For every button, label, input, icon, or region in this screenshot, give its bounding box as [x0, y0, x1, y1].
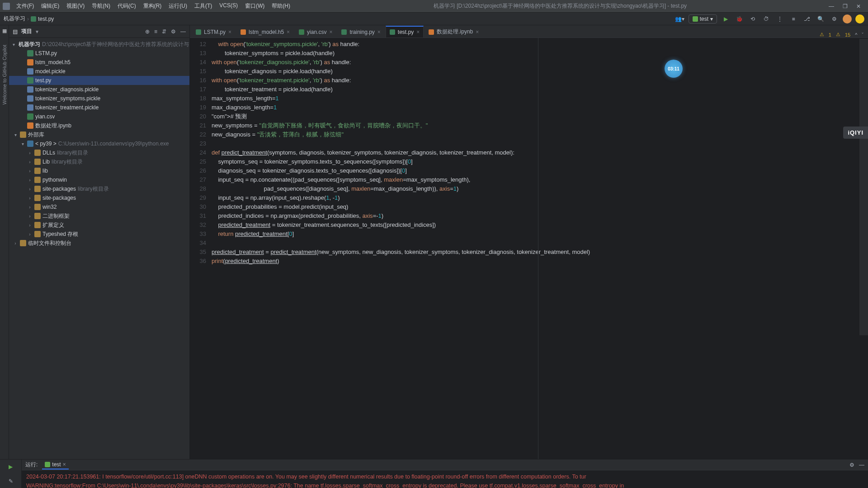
- tree-arrow-icon: ›: [27, 223, 33, 228]
- code-content[interactable]: with open('tokenizer_symptoms.pickle', '…: [210, 38, 868, 459]
- tree-row[interactable]: yian.csv: [9, 112, 189, 121]
- main-menu[interactable]: 文件(F)编辑(E)视图(V)导航(N)代码(C)重构(R)运行(U)工具(T)…: [14, 2, 293, 10]
- run-tool-window: ▶ ✎ ⇩ ⇔ 🖶 🗑 运行: test × ⚙ — 2024-03-07 20…: [0, 459, 868, 488]
- tree-row[interactable]: model.pickle: [9, 67, 189, 76]
- tree-row[interactable]: ▾机器学习 D:\2024hz\project\基于神经网络的中医处方推荐系统的…: [9, 40, 189, 49]
- tree-row[interactable]: tokenizer_symptoms.pickle: [9, 94, 189, 103]
- editor-tab[interactable]: test.py×: [386, 26, 424, 38]
- menu-item[interactable]: 帮助(H): [269, 2, 293, 10]
- tree-row[interactable]: ›二进制框架: [9, 211, 189, 221]
- tree-row[interactable]: tokenizer_treatment.pickle: [9, 103, 189, 112]
- close-tab-icon[interactable]: ×: [228, 29, 231, 35]
- tree-row[interactable]: test.py: [9, 76, 189, 85]
- tree-arrow-icon: ›: [13, 241, 18, 246]
- tree-row[interactable]: LSTM.py: [9, 49, 189, 58]
- tree-row[interactable]: ▾外部库: [9, 130, 189, 139]
- run-configuration[interactable]: test ▾: [689, 14, 717, 23]
- hide-icon[interactable]: —: [180, 28, 186, 35]
- project-tool-button[interactable]: ▦: [2, 28, 7, 34]
- tree-row[interactable]: ›win32: [9, 202, 189, 211]
- maximize-button[interactable]: ❐: [841, 3, 849, 9]
- avatar-2[interactable]: [855, 14, 864, 23]
- git-button[interactable]: ⎇: [802, 14, 812, 24]
- tree-row[interactable]: tokenizer_diagnosis.pickle: [9, 85, 189, 94]
- tree-row[interactable]: lstm_model.h5: [9, 58, 189, 67]
- close-button[interactable]: ✕: [854, 3, 863, 9]
- locate-icon[interactable]: ⊕: [145, 28, 150, 35]
- editor-tab[interactable]: training.py×: [337, 26, 384, 38]
- tree-row[interactable]: ›Lib library根目录: [9, 157, 189, 166]
- expand-icon[interactable]: ≡: [154, 28, 157, 35]
- stop-run-button[interactable]: ✎: [6, 477, 15, 486]
- editor-tabs[interactable]: LSTM.py×lstm_model.h5×yian.csv×training.…: [190, 25, 868, 38]
- editor-tab[interactable]: yian.csv×: [295, 26, 336, 38]
- tree-label: 临时文件和控制台: [28, 239, 71, 247]
- users-icon[interactable]: 👥▾: [675, 14, 685, 24]
- tree-row[interactable]: ›site-packages: [9, 193, 189, 202]
- breadcrumb[interactable]: 机器学习 › test.py: [4, 15, 54, 23]
- tree-row[interactable]: ›扩展定义: [9, 221, 189, 230]
- profile-button[interactable]: ⏱: [761, 14, 771, 24]
- more-actions-button[interactable]: ⋮: [775, 14, 785, 24]
- menu-item[interactable]: 视图(V): [64, 2, 87, 10]
- down-icon[interactable]: ˇ: [862, 32, 863, 38]
- menu-item[interactable]: 编辑(E): [38, 2, 62, 10]
- minimize-button[interactable]: —: [827, 3, 835, 9]
- run-main: 运行: test × ⚙ — 2024-03-07 20:17:21.15396…: [22, 460, 868, 488]
- editor[interactable]: 1213141516171819202122232425262728293031…: [190, 38, 868, 459]
- tree-row[interactable]: ›lib: [9, 166, 189, 175]
- tree-row[interactable]: ›临时文件和控制台: [9, 239, 189, 248]
- collapse-icon[interactable]: ⇵: [162, 28, 166, 35]
- title-bar: 文件(F)编辑(E)视图(V)导航(N)代码(C)重构(R)运行(U)工具(T)…: [0, 0, 868, 13]
- tree-dim: library根目录: [52, 158, 83, 166]
- up-icon[interactable]: ^: [855, 32, 857, 38]
- editor-tab[interactable]: 数据处理.ipynb×: [425, 26, 483, 38]
- menu-item[interactable]: 窗口(W): [242, 2, 267, 10]
- console-output[interactable]: 2024-03-07 20:17:21.153961: I tensorflow…: [22, 470, 868, 488]
- breadcrumb-file[interactable]: test.py: [38, 16, 54, 22]
- tree-row[interactable]: ▾< py39 > C:\Users\win-11\.conda\envs\py…: [9, 139, 189, 148]
- breadcrumb-root[interactable]: 机器学习: [4, 15, 25, 23]
- run-settings-icon[interactable]: ⚙: [849, 462, 854, 468]
- tab-label: lstm_model.h5: [249, 29, 284, 35]
- tree-row[interactable]: ›Typeshed 存根: [9, 230, 189, 239]
- menu-item[interactable]: 代码(C): [115, 2, 139, 10]
- close-tab-icon[interactable]: ×: [329, 29, 332, 35]
- settings-button[interactable]: ⚙: [829, 14, 839, 24]
- rerun-button[interactable]: ▶: [6, 462, 15, 471]
- inspections-widget[interactable]: ⚠ 1 ⚠ 15 ^ ˇ: [815, 32, 868, 38]
- run-button[interactable]: ▶: [721, 14, 731, 24]
- menu-item[interactable]: 文件(F): [14, 2, 37, 10]
- editor-tab[interactable]: lstm_model.h5×: [236, 26, 294, 38]
- close-tab-icon[interactable]: ×: [377, 29, 381, 35]
- coverage-button[interactable]: ⟲: [748, 14, 758, 24]
- stop-button[interactable]: ■: [788, 14, 798, 24]
- tree-row[interactable]: ›pythonwin: [9, 175, 189, 184]
- project-tree[interactable]: ▾机器学习 D:\2024hz\project\基于神经网络的中医处方推荐系统的…: [9, 38, 189, 459]
- copilot-tab[interactable]: Welcome to GitHub Copilot: [1, 43, 8, 106]
- tree-row[interactable]: ›site-packages library根目录: [9, 184, 189, 193]
- menu-item[interactable]: VCS(S): [217, 2, 241, 10]
- editor-tab[interactable]: LSTM.py×: [192, 26, 236, 38]
- project-panel: ▤ 项目 ▾ ⊕ ≡ ⇵ ⚙ — ▾机器学习 D:\2024hz\project…: [9, 25, 190, 459]
- settings-icon[interactable]: ⚙: [171, 28, 176, 35]
- menu-item[interactable]: 运行(U): [166, 2, 190, 10]
- run-hide-icon[interactable]: —: [859, 462, 864, 468]
- run-tab-test[interactable]: test ×: [42, 460, 68, 469]
- dropdown-icon[interactable]: ▾: [36, 28, 38, 35]
- tab-label: 数据处理.ipynb: [437, 28, 473, 36]
- close-tab-icon[interactable]: ×: [416, 29, 420, 35]
- tree-row[interactable]: 数据处理.ipynb: [9, 121, 189, 130]
- menu-item[interactable]: 重构(R): [141, 2, 165, 10]
- search-everywhere-button[interactable]: 🔍: [816, 14, 826, 24]
- close-tab-icon[interactable]: ×: [476, 29, 479, 35]
- file-type-icon: [390, 29, 395, 35]
- debug-button[interactable]: 🐞: [734, 14, 744, 24]
- close-tab-icon[interactable]: ×: [63, 461, 66, 468]
- close-tab-icon[interactable]: ×: [287, 29, 290, 35]
- avatar-1[interactable]: [843, 14, 852, 23]
- menu-item[interactable]: 工具(T): [192, 2, 215, 10]
- tree-row[interactable]: ›DLLs library根目录: [9, 148, 189, 157]
- file-type-icon: [341, 29, 347, 35]
- menu-item[interactable]: 导航(N): [89, 2, 113, 10]
